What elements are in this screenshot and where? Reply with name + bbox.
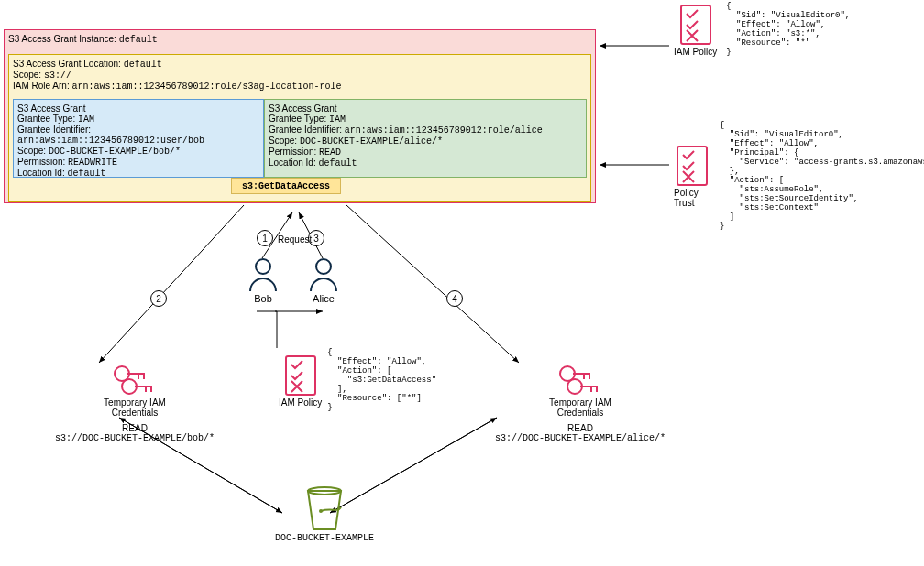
svg-point-19 bbox=[122, 379, 137, 394]
iam-policy-block: IAM Policy { "Sid": "VisualEditor0", "Ef… bbox=[674, 2, 850, 57]
bucket-name: DOC-BUCKET-EXAMPLE bbox=[275, 533, 374, 543]
location-role: IAM Role Arn: arn:aws:iam::123456789012:… bbox=[13, 81, 587, 92]
bucket-icon bbox=[302, 484, 346, 533]
user-icon bbox=[248, 256, 279, 293]
grant-alice-box: S3 Access Grant Grantee Type: IAM Grante… bbox=[264, 99, 587, 178]
step-2: 2 bbox=[150, 290, 167, 307]
policy-icon bbox=[282, 354, 319, 397]
grant-location-box: S3 Access Grant Location: default Scope:… bbox=[8, 54, 591, 202]
get-data-access-box: s3:GetDataAccess bbox=[231, 178, 341, 194]
step-1: 1 bbox=[257, 230, 273, 246]
grant-alice-title: S3 Access Grant bbox=[269, 103, 582, 114]
user-alice-label: Alice bbox=[313, 293, 335, 304]
svg-line-4 bbox=[99, 205, 244, 363]
svg-point-23 bbox=[319, 509, 323, 513]
s3-bucket: DOC-BUCKET-EXAMPLE bbox=[275, 484, 374, 543]
iam-policy-json: { "Sid": "VisualEditor0", "Effect": "All… bbox=[726, 2, 850, 57]
policy-icon bbox=[677, 3, 714, 47]
read-mode-bob: READ bbox=[122, 423, 148, 433]
grant-bob-title: S3 Access Grant bbox=[17, 103, 259, 114]
svg-point-16 bbox=[316, 259, 331, 274]
svg-line-5 bbox=[346, 205, 519, 363]
user-alice: Alice bbox=[308, 256, 339, 304]
location-scope: Scope: s3:// bbox=[13, 70, 587, 81]
policy-trust-label: Policy Trust bbox=[674, 188, 710, 208]
location-title: S3 Access Grant Location: default bbox=[13, 59, 587, 70]
policy-icon bbox=[674, 144, 710, 188]
iam-policy-label: IAM Policy bbox=[674, 47, 717, 57]
grant-instance-box: S3 Access Grant Instance: default S3 Acc… bbox=[4, 29, 596, 203]
user-bob-label: Bob bbox=[254, 293, 272, 304]
svg-point-21 bbox=[567, 379, 582, 394]
keys-icon bbox=[109, 361, 160, 397]
instance-title: S3 Access Grant Instance: default bbox=[8, 34, 591, 45]
temp-creds-bob: Temporary IAM Credentials READ s3://DOC-… bbox=[55, 361, 214, 443]
read-scope-alice: s3://DOC-BUCKET-EXAMPLE/alice/* bbox=[495, 433, 666, 443]
policy-trust-json: { "Sid": "VisualEditor0", "Effect": "All… bbox=[720, 121, 924, 231]
read-scope-bob: s3://DOC-BUCKET-EXAMPLE/bob/* bbox=[55, 433, 214, 443]
svg-point-15 bbox=[256, 259, 270, 274]
users-iam-policy: IAM Policy { "Effect": "Allow", "Action"… bbox=[279, 348, 436, 412]
temp-creds-label: Temporary IAM Credentials bbox=[549, 397, 611, 418]
temp-creds-alice: Temporary IAM Credentials READ s3://DOC-… bbox=[495, 361, 666, 443]
user-icon bbox=[308, 256, 339, 293]
read-mode-alice: READ bbox=[567, 423, 593, 433]
keys-icon bbox=[555, 361, 606, 397]
request-label: Request bbox=[278, 234, 312, 245]
policy-trust-block: Policy Trust { "Sid": "VisualEditor0", "… bbox=[674, 121, 924, 231]
temp-creds-label: Temporary IAM Credentials bbox=[104, 397, 166, 418]
user-bob: Bob bbox=[248, 256, 279, 304]
step-4: 4 bbox=[446, 290, 463, 307]
mid-policy-label: IAM Policy bbox=[279, 397, 322, 408]
mid-policy-json: { "Effect": "Allow", "Action": [ "s3:Get… bbox=[327, 348, 436, 412]
grant-bob-box: S3 Access Grant Grantee Type: IAM Grante… bbox=[13, 99, 264, 178]
